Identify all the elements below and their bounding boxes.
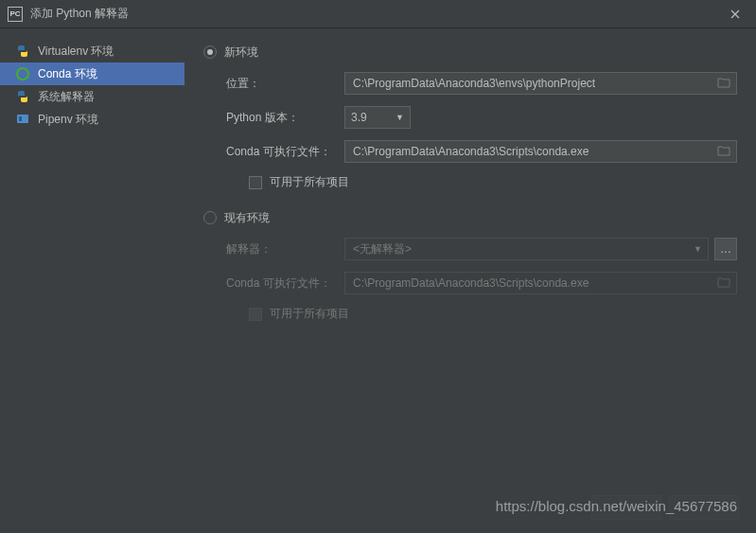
radio-label: 新环境 xyxy=(224,44,258,61)
watermark-text: https://blog.csdn.net/weixin_45677586 xyxy=(496,498,737,514)
interpreter-select: <无解释器> ▼ xyxy=(344,238,709,260)
interpreter-value: <无解释器> xyxy=(353,241,412,258)
conda-exe-value-existing: C:\ProgramData\Anaconda3\Scripts\conda.e… xyxy=(353,276,589,290)
conda-exe-label-existing: Conda 可执行文件： xyxy=(226,275,335,292)
conda-exe-value: C:\ProgramData\Anaconda3\Scripts\conda.e… xyxy=(353,145,589,158)
content-panel: 新环境 位置： C:\ProgramData\Anaconda3\envs\py… xyxy=(185,28,756,533)
pycharm-app-icon: PC xyxy=(8,7,23,22)
checkbox-icon xyxy=(249,176,262,189)
location-input[interactable]: C:\ProgramData\Anaconda3\envs\pythonProj… xyxy=(344,72,737,95)
svg-point-0 xyxy=(17,68,28,80)
close-button[interactable] xyxy=(722,1,748,27)
make-available-checkbox-row-existing: 可用于所有项目 xyxy=(249,306,737,322)
python-icon xyxy=(15,44,30,59)
checkbox-label: 可用于所有项目 xyxy=(270,174,349,190)
radio-existing-environment[interactable]: 现有环境 xyxy=(203,205,737,230)
sidebar-item-label: 系统解释器 xyxy=(38,89,95,105)
sidebar-item-label: Conda 环境 xyxy=(38,66,97,82)
pipenv-icon xyxy=(15,112,30,127)
titlebar: PC 添加 Python 解释器 xyxy=(0,0,756,28)
folder-browse-icon[interactable] xyxy=(717,77,732,90)
sidebar-item-virtualenv[interactable]: Virtualenv 环境 xyxy=(0,40,185,62)
chevron-down-icon: ▼ xyxy=(694,244,702,254)
python-version-label: Python 版本： xyxy=(226,110,335,126)
radio-label: 现有环境 xyxy=(224,210,270,226)
python-version-select[interactable]: 3.9 ▼ xyxy=(344,106,411,129)
sidebar-item-conda[interactable]: Conda 环境 xyxy=(0,62,185,85)
chevron-down-icon: ▼ xyxy=(396,113,404,122)
make-available-checkbox-row[interactable]: 可用于所有项目 xyxy=(249,174,737,190)
svg-rect-2 xyxy=(19,116,22,121)
sidebar-item-pipenv[interactable]: Pipenv 环境 xyxy=(0,108,185,131)
sidebar: Virtualenv 环境 Conda 环境 系统解释器 Pipenv 环境 xyxy=(0,28,185,533)
folder-browse-icon xyxy=(717,276,732,290)
sidebar-item-label: Virtualenv 环境 xyxy=(38,44,114,60)
conda-exe-input-existing: C:\ProgramData\Anaconda3\Scripts\conda.e… xyxy=(344,272,737,294)
radio-icon xyxy=(203,45,217,59)
location-value: C:\ProgramData\Anaconda3\envs\pythonProj… xyxy=(353,77,595,90)
location-label: 位置： xyxy=(226,76,335,92)
sidebar-item-system[interactable]: 系统解释器 xyxy=(0,85,185,108)
conda-exe-label: Conda 可执行文件： xyxy=(226,144,335,160)
checkbox-label: 可用于所有项目 xyxy=(270,306,349,322)
svg-rect-1 xyxy=(17,115,28,123)
interpreter-label: 解释器： xyxy=(226,241,335,258)
radio-new-environment[interactable]: 新环境 xyxy=(203,40,737,64)
window-title: 添加 Python 解释器 xyxy=(30,6,129,22)
conda-exe-input[interactable]: C:\ProgramData\Anaconda3\Scripts\conda.e… xyxy=(344,140,737,163)
browse-interpreter-button[interactable]: … xyxy=(714,238,737,260)
conda-icon xyxy=(15,66,30,81)
checkbox-icon xyxy=(249,308,262,321)
python-version-value: 3.9 xyxy=(351,111,367,124)
python-icon xyxy=(15,89,30,104)
sidebar-item-label: Pipenv 环境 xyxy=(38,112,98,128)
folder-browse-icon[interactable] xyxy=(717,145,732,158)
radio-icon xyxy=(203,211,217,224)
